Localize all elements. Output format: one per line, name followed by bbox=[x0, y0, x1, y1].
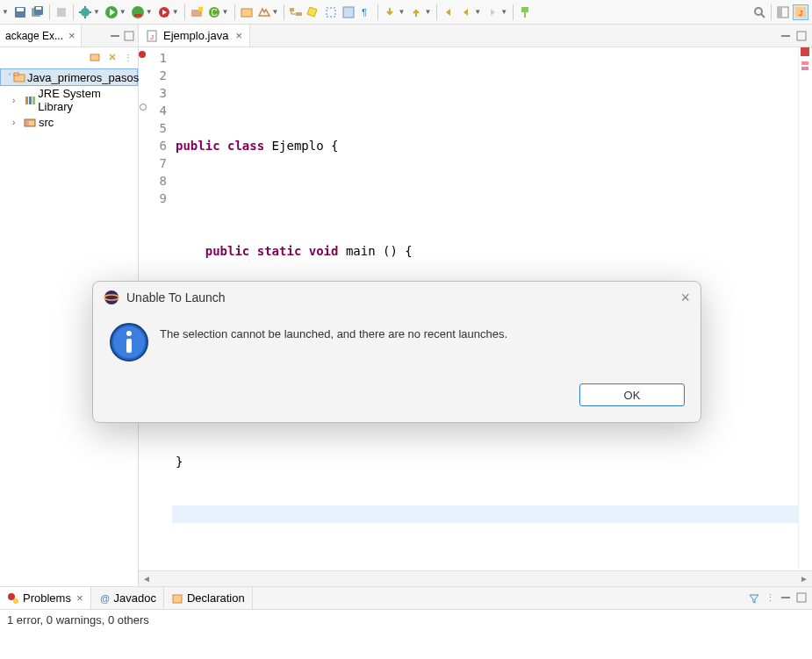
tree-item-src[interactable]: › src bbox=[0, 114, 138, 130]
scroll-right-icon[interactable]: ► bbox=[796, 574, 812, 584]
dropdown-icon[interactable]: ▼ bbox=[146, 8, 153, 16]
show-ws-icon[interactable]: ¶ bbox=[358, 4, 374, 20]
next-annotation-icon[interactable] bbox=[382, 4, 398, 20]
overview-mark-icon[interactable] bbox=[801, 61, 808, 65]
svg-rect-5 bbox=[57, 8, 66, 17]
scroll-left-icon[interactable]: ◄ bbox=[139, 574, 154, 584]
tab-declaration[interactable]: Declaration bbox=[164, 587, 253, 609]
code-line: } bbox=[172, 453, 798, 470]
maximize-icon[interactable] bbox=[796, 592, 807, 605]
dropdown-icon[interactable]: ▼ bbox=[222, 8, 229, 16]
javadoc-icon: @ bbox=[98, 592, 111, 605]
line-num: 6 bbox=[147, 137, 167, 154]
dropdown-icon[interactable]: ▼ bbox=[2, 8, 9, 16]
minimize-icon[interactable] bbox=[780, 31, 791, 41]
error-overview-icon[interactable] bbox=[801, 47, 809, 56]
tab-javadoc[interactable]: @ Javadoc bbox=[91, 587, 164, 609]
dropdown-icon[interactable]: ▼ bbox=[93, 8, 100, 16]
tree-item-project[interactable]: ゛ Java_primeros_pasos bbox=[0, 68, 138, 86]
close-icon[interactable]: × bbox=[76, 591, 83, 605]
coverage-icon[interactable] bbox=[130, 4, 146, 20]
java-perspective-icon[interactable]: J bbox=[793, 4, 808, 20]
view-menu-icon[interactable]: ⋮ bbox=[124, 53, 133, 62]
search-icon[interactable] bbox=[751, 4, 767, 20]
back-edit-icon[interactable] bbox=[441, 4, 456, 20]
svg-rect-16 bbox=[290, 8, 294, 11]
dropdown-icon[interactable]: ▼ bbox=[500, 8, 507, 16]
svg-point-6 bbox=[81, 8, 90, 17]
new-package-icon[interactable] bbox=[189, 4, 205, 20]
back-icon[interactable] bbox=[458, 4, 474, 20]
svg-text:J: J bbox=[799, 9, 803, 18]
open-perspective-icon[interactable] bbox=[775, 4, 791, 20]
toggle-breadcrumb-icon[interactable] bbox=[288, 4, 304, 20]
minimize-icon[interactable] bbox=[780, 592, 791, 605]
tree-item-jre[interactable]: › JRE System Library bbox=[0, 86, 138, 114]
line-num: 3 bbox=[147, 84, 167, 102]
new-class-icon[interactable]: C bbox=[206, 4, 222, 20]
line-num: 4 bbox=[147, 102, 167, 119]
run-icon[interactable] bbox=[104, 4, 119, 20]
wrap-icon[interactable] bbox=[341, 4, 356, 20]
debug-icon[interactable] bbox=[77, 4, 93, 20]
line-num: 9 bbox=[147, 190, 167, 207]
block-select-icon[interactable] bbox=[323, 4, 339, 20]
close-icon[interactable]: × bbox=[68, 29, 75, 42]
terminate-icon[interactable] bbox=[54, 4, 69, 20]
src-folder-icon bbox=[23, 115, 37, 129]
svg-point-51 bbox=[126, 331, 132, 336]
dialog-title: Unable To Launch bbox=[126, 290, 226, 304]
horizontal-scrollbar[interactable]: ◄ ► bbox=[139, 570, 812, 586]
dropdown-icon[interactable]: ▼ bbox=[398, 8, 405, 16]
svg-rect-33 bbox=[29, 97, 32, 104]
close-icon[interactable]: × bbox=[235, 29, 242, 42]
dropdown-icon[interactable]: ▼ bbox=[272, 8, 279, 16]
tab-problems[interactable]: Problems × bbox=[0, 587, 91, 609]
collapse-all-icon[interactable] bbox=[89, 51, 101, 63]
line-num: 2 bbox=[147, 67, 167, 84]
line-num: 1 bbox=[147, 49, 167, 67]
dropdown-icon[interactable]: ▼ bbox=[119, 8, 126, 16]
problems-icon bbox=[7, 592, 19, 605]
link-editor-icon[interactable] bbox=[106, 51, 119, 63]
unable-to-launch-dialog: Unable To Launch × The selection cannot … bbox=[92, 281, 701, 423]
dropdown-icon[interactable]: ▼ bbox=[424, 8, 431, 16]
expand-icon[interactable]: ゛ bbox=[3, 71, 11, 83]
code-line bbox=[172, 505, 798, 523]
expand-icon[interactable]: › bbox=[12, 96, 21, 105]
prev-annotation-icon[interactable] bbox=[408, 4, 424, 20]
dialog-titlebar[interactable]: Unable To Launch × bbox=[93, 282, 701, 313]
filter-icon[interactable] bbox=[748, 592, 760, 605]
view-menu-icon[interactable]: ⋮ bbox=[765, 592, 775, 605]
ext-tools-icon[interactable] bbox=[156, 4, 172, 20]
info-icon bbox=[109, 322, 149, 362]
svg-rect-31 bbox=[14, 73, 18, 75]
fold-icon[interactable] bbox=[140, 104, 147, 111]
fwd-icon[interactable] bbox=[485, 4, 500, 20]
ok-button[interactable]: OK bbox=[579, 383, 685, 406]
close-icon[interactable]: × bbox=[680, 289, 690, 307]
tree-label: src bbox=[39, 116, 54, 129]
dropdown-icon[interactable]: ▼ bbox=[172, 8, 179, 16]
editor-tab[interactable]: J Ejemplo.java × bbox=[139, 25, 250, 47]
library-icon bbox=[23, 93, 37, 107]
open-type-icon[interactable] bbox=[239, 4, 255, 20]
declaration-icon bbox=[171, 592, 183, 605]
svg-rect-29 bbox=[90, 54, 99, 61]
overview-ruler[interactable] bbox=[798, 47, 812, 570]
dropdown-icon[interactable]: ▼ bbox=[474, 8, 481, 16]
overview-mark-icon[interactable] bbox=[801, 67, 808, 70]
minimize-icon[interactable] bbox=[110, 31, 120, 41]
maximize-icon[interactable] bbox=[124, 31, 134, 41]
mark-occurrences-icon[interactable] bbox=[305, 4, 321, 20]
save-icon[interactable] bbox=[12, 4, 28, 20]
maximize-icon[interactable] bbox=[796, 31, 807, 41]
expand-icon[interactable]: › bbox=[12, 118, 21, 127]
error-marker-icon[interactable] bbox=[139, 51, 146, 58]
svg-rect-27 bbox=[111, 35, 119, 37]
save-all-icon[interactable] bbox=[30, 4, 46, 20]
package-explorer-tab[interactable]: ackage Ex... × bbox=[0, 25, 82, 47]
svg-rect-17 bbox=[296, 12, 302, 16]
search-type-icon[interactable] bbox=[256, 4, 272, 20]
pin-icon[interactable] bbox=[517, 4, 533, 20]
